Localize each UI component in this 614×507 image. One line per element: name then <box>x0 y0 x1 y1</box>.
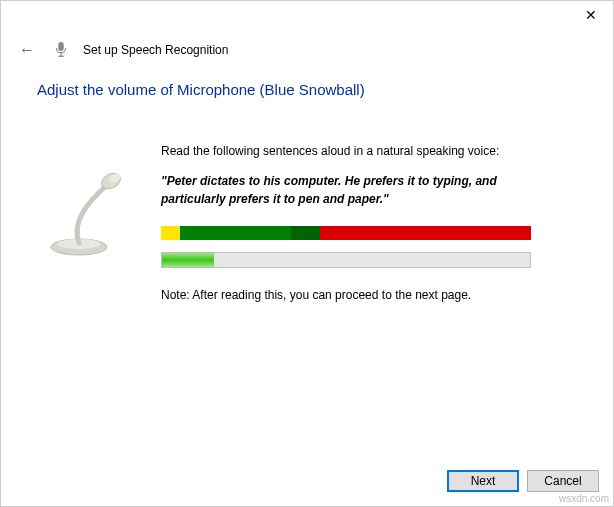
volume-zone-yellow <box>161 226 180 240</box>
close-button[interactable]: ✕ <box>568 1 613 29</box>
volume-zone-green <box>180 226 291 240</box>
microphone-stand-illustration <box>37 120 137 302</box>
volume-zone-red <box>320 226 531 240</box>
sample-sentence: "Peter dictates to his computer. He pref… <box>161 172 556 208</box>
instructions: Read the following sentences aloud in a … <box>161 120 577 302</box>
cancel-button[interactable]: Cancel <box>527 470 599 492</box>
input-level-meter <box>161 252 531 268</box>
instruction-text: Read the following sentences aloud in a … <box>161 144 577 158</box>
body-row: Read the following sentences aloud in a … <box>37 120 577 302</box>
wizard-header: ← Set up Speech Recognition <box>1 31 613 81</box>
close-icon: ✕ <box>585 7 597 23</box>
watermark: wsxdn.com <box>559 493 609 504</box>
titlebar: ✕ <box>1 1 613 31</box>
page-heading: Adjust the volume of Microphone (Blue Sn… <box>37 81 577 98</box>
svg-rect-0 <box>58 42 63 51</box>
next-button[interactable]: Next <box>447 470 519 492</box>
volume-zone-darkgreen <box>291 226 321 240</box>
back-button[interactable]: ← <box>15 39 39 61</box>
microphone-icon <box>53 41 69 59</box>
wizard-title: Set up Speech Recognition <box>83 43 228 57</box>
input-level-fill <box>162 253 214 267</box>
note-text: Note: After reading this, you can procee… <box>161 288 577 302</box>
wizard-content: Adjust the volume of Microphone (Blue Sn… <box>1 81 613 302</box>
volume-scale-bar <box>161 226 531 240</box>
button-row: Next Cancel <box>447 470 599 492</box>
